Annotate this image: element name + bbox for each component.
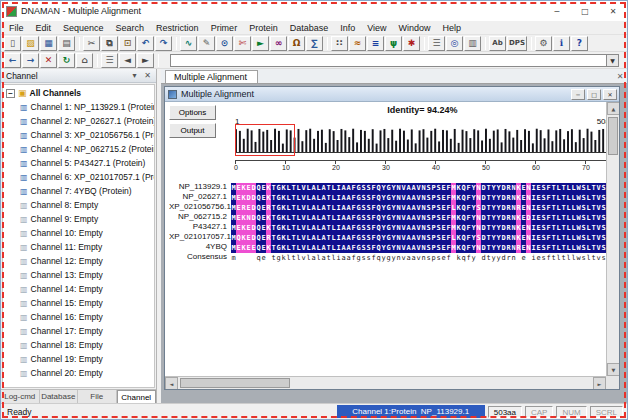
sequence-name[interactable]: 4YBQ <box>169 242 231 252</box>
blast-search-button[interactable]: ✱ <box>403 36 420 51</box>
home-button[interactable]: ⌂ <box>76 53 93 68</box>
channel-item-9[interactable]: ▥Channel 9: Empty <box>3 212 154 226</box>
load-sequence-button[interactable]: ∿ <box>180 36 197 51</box>
dock-tab-database[interactable]: Database <box>40 390 79 403</box>
sequence-name[interactable]: XP_021056756.1 <box>169 202 231 212</box>
previous-channel-button[interactable]: ◄ <box>119 53 136 68</box>
channel-item-19[interactable]: ▥Channel 19: Empty <box>3 352 154 366</box>
channel-item-5[interactable]: ▥Channel 5: P43427.1 (Protein) <box>3 156 154 170</box>
menu-database[interactable]: Database <box>284 23 335 33</box>
dot-matrix-button[interactable]: ∷ <box>331 36 348 51</box>
new-file-button[interactable]: ▯ <box>4 36 21 51</box>
alignment-overview-plot[interactable] <box>235 127 610 153</box>
channel-item-1[interactable]: ▥Channel 1: NP_113929.1 (Protein) <box>3 100 154 114</box>
scroll-up-icon[interactable]: ▲ <box>607 102 619 115</box>
channel-item-8[interactable]: ▥Channel 8: Empty <box>3 198 154 212</box>
menu-view[interactable]: View <box>361 23 392 33</box>
menu-protein[interactable]: Protein <box>243 23 284 33</box>
menu-primer[interactable]: Primer <box>205 23 244 33</box>
channel-item-11[interactable]: ▥Channel 11: Empty <box>3 240 154 254</box>
menu-edit[interactable]: Edit <box>30 23 58 33</box>
gel-simulation-button[interactable]: ▥ <box>464 36 481 51</box>
dps-tool-button[interactable]: DPS <box>507 36 527 51</box>
channel-item-17[interactable]: ▥Channel 17: Empty <box>3 324 154 338</box>
sequence-combobox[interactable]: ▼ <box>170 54 619 67</box>
dock-tab-file[interactable]: File <box>78 390 117 403</box>
child-minimize-button[interactable]: ─ <box>571 89 585 100</box>
search-sequence-button[interactable]: ⊙ <box>216 36 233 51</box>
sequence-name[interactable]: NP_02627.1 <box>169 192 231 202</box>
channel-item-15[interactable]: ▥Channel 15: Empty <box>3 296 154 310</box>
channel-item-4[interactable]: ▥Channel 4: NP_062715.2 (Protein) <box>3 142 154 156</box>
composition-button[interactable]: ∑ <box>306 36 323 51</box>
horizontal-scroll-thumb[interactable] <box>180 378 290 388</box>
help-button[interactable]: ? <box>571 36 588 51</box>
dock-tab-log-cmd[interactable]: Log-cmd <box>1 390 40 403</box>
channel-item-10[interactable]: ▥Channel 10: Empty <box>3 226 154 240</box>
menu-search[interactable]: Search <box>110 23 151 33</box>
database-button[interactable]: ☰ <box>428 36 445 51</box>
menu-sequence[interactable]: Sequence <box>57 23 110 33</box>
next-channel-button[interactable]: ► <box>137 53 154 68</box>
text-tool-button[interactable]: Ab <box>489 36 506 51</box>
refresh-button[interactable]: ↻ <box>58 53 75 68</box>
sequence-editor-button[interactable]: ✎ <box>198 36 215 51</box>
phylogenetic-tree-button[interactable]: ψ <box>385 36 402 51</box>
back-button[interactable]: ← <box>4 53 21 68</box>
chevron-down-icon[interactable]: ▼ <box>606 55 618 66</box>
overview-selection-box[interactable] <box>235 124 295 156</box>
info-button[interactable]: ℹ <box>553 36 570 51</box>
redo-button[interactable]: ↷ <box>155 36 172 51</box>
forward-button[interactable]: → <box>22 53 39 68</box>
channel-item-20[interactable]: ▥Channel 20: Empty <box>3 366 154 380</box>
channel-item-3[interactable]: ▥Channel 3: XP_021056756.1 (Prote... <box>3 128 154 142</box>
channel-item-7[interactable]: ▥Channel 7: 4YBQ (Protein) <box>3 184 154 198</box>
vertical-scroll-thumb[interactable] <box>608 117 618 155</box>
channel-item-16[interactable]: ▥Channel 16: Empty <box>3 310 154 324</box>
output-button[interactable]: Output <box>169 123 216 138</box>
dock-close-icon[interactable]: ✕ <box>141 71 154 80</box>
tree-root-all-channels[interactable]: − ▣ All Channels <box>3 86 154 100</box>
menu-info[interactable]: Info <box>334 23 361 33</box>
undo-button[interactable]: ↶ <box>137 36 154 51</box>
pairwise-alignment-button[interactable]: ≈ <box>349 36 366 51</box>
menu-help[interactable]: Help <box>437 23 468 33</box>
channel-item-2[interactable]: ▥Channel 2: NP_02627.1 (Protein) <box>3 114 154 128</box>
multiple-alignment-button[interactable]: ≡ <box>367 36 384 51</box>
child-close-button[interactable]: ✕ <box>603 89 617 100</box>
minimize-button[interactable]: ─ <box>543 1 571 21</box>
cut-button[interactable]: ✂ <box>83 36 100 51</box>
close-button[interactable]: ✕ <box>599 1 627 21</box>
channel-item-14[interactable]: ▥Channel 14: Empty <box>3 282 154 296</box>
paste-button[interactable]: ⊡ <box>119 36 136 51</box>
save-file-button[interactable]: ▦ <box>40 36 57 51</box>
vertical-scrollbar[interactable]: ▲ ▼ <box>606 102 619 376</box>
sequence-name[interactable]: NP_113929.1 <box>169 182 231 192</box>
plasmid-map-button[interactable]: ◎ <box>446 36 463 51</box>
tab-multiple-alignment[interactable]: Multiple Alignment <box>165 70 258 83</box>
horizontal-scrollbar[interactable]: ◄ ► <box>165 376 606 389</box>
dock-menu-icon[interactable]: ▾ <box>128 71 141 80</box>
primer-design-button[interactable]: ► <box>252 36 269 51</box>
protein-translate-button[interactable]: Ω <box>288 36 305 51</box>
scroll-left-icon[interactable]: ◄ <box>165 377 178 389</box>
channel-item-13[interactable]: ▥Channel 13: Empty <box>3 268 154 282</box>
channel-item-12[interactable]: ▥Channel 12: Empty <box>3 254 154 268</box>
menu-restriction[interactable]: Restriction <box>150 23 205 33</box>
stop-button[interactable]: ✕ <box>40 53 57 68</box>
restriction-analysis-button[interactable]: ✄ <box>234 36 251 51</box>
tabbar-close-icon[interactable]: ✕ <box>613 72 627 81</box>
options-button[interactable]: ⚙ <box>535 36 552 51</box>
channel-list-button[interactable]: ☰ <box>101 53 118 68</box>
channel-item-6[interactable]: ▥Channel 6: XP_021017057.1 (Prote... <box>3 170 154 184</box>
collapse-icon[interactable]: − <box>6 89 15 98</box>
child-maximize-button[interactable]: □ <box>587 89 601 100</box>
menu-window[interactable]: Window <box>393 23 437 33</box>
copy-button[interactable]: ⧉ <box>101 36 118 51</box>
scroll-right-icon[interactable]: ► <box>593 377 606 389</box>
sequence-name[interactable]: NP_062715.2 <box>169 212 231 222</box>
open-file-button[interactable]: ▨ <box>22 36 39 51</box>
maximize-button[interactable]: □ <box>571 1 599 21</box>
dock-tab-channel[interactable]: Channel <box>117 390 157 403</box>
pcr-amplify-button[interactable]: ∞ <box>270 36 287 51</box>
